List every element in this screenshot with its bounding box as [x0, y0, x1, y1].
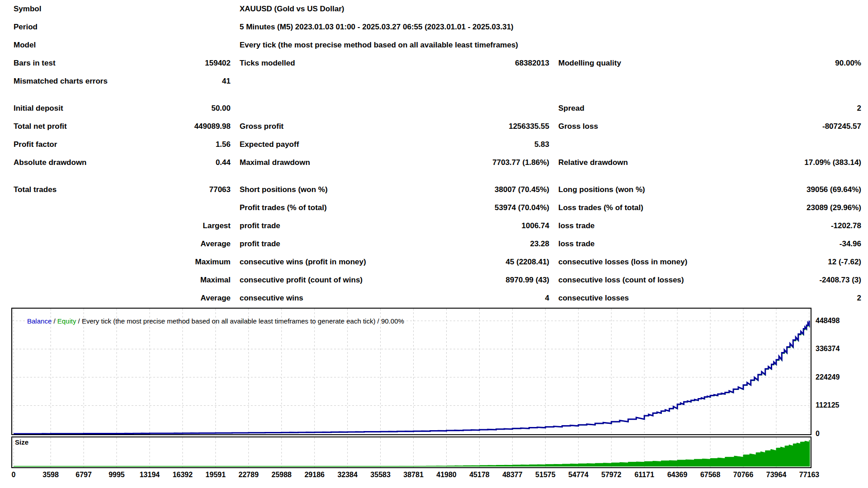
report-value: -807245.57: [753, 121, 861, 132]
report-label: [14, 202, 163, 213]
report-label: Loss trades (% of total): [549, 202, 753, 213]
report-value: 45 (2208.41): [448, 257, 549, 267]
report-label: Spread: [549, 103, 753, 114]
report-value: 2: [753, 103, 861, 114]
x-axis-tick-label: 57972: [601, 471, 622, 479]
report-row: Total net profit449089.98Gross profit125…: [14, 121, 861, 132]
report-row: Period5 Minutes (M5) 2023.01.03 01:00 - …: [14, 22, 861, 33]
report-value: 41: [163, 76, 231, 87]
report-label: Total net profit: [14, 121, 163, 132]
report-label: [14, 293, 163, 304]
x-axis-tick-label: 61171: [634, 471, 654, 479]
report-row: Profit trades (% of total)53974 (70.04%)…: [14, 202, 861, 213]
report-label: consecutive profit (count of wins): [231, 275, 448, 286]
x-axis-tick-label: 73964: [766, 471, 787, 479]
report-value: 7703.77 (1.86%): [448, 157, 549, 168]
report-label: Absolute drawdown: [14, 157, 163, 168]
report-value: -34.96: [753, 239, 861, 249]
report-value: 90.00%: [753, 58, 861, 69]
report-row: SymbolXAUUSD (Gold vs US Dollar): [14, 4, 861, 14]
legend-equity-label: Equity: [57, 317, 76, 325]
report-label: [231, 103, 448, 114]
report-value: [753, 4, 861, 14]
x-axis-tick-label: 16392: [173, 471, 193, 479]
report-row: Maximalconsecutive profit (count of wins…: [14, 275, 861, 286]
report-value: [753, 22, 861, 33]
x-axis-tick-label: 13194: [140, 471, 160, 479]
report-label: Bars in test: [14, 58, 163, 69]
strategy-tester-report: SymbolXAUUSD (Gold vs US Dollar)Period5 …: [0, 0, 868, 488]
x-axis-tick-label: 77163: [799, 471, 820, 479]
x-axis-tick-label: 9995: [108, 471, 125, 479]
report-value: 17.09% (383.14): [753, 157, 861, 168]
report-label: profit trade: [231, 239, 448, 249]
report-value: 50.00: [163, 103, 231, 114]
chart-legend: Balance / Equity / Every tick (the most …: [16, 310, 404, 333]
report-value: 4: [448, 293, 549, 304]
x-axis-tick-label: 25988: [272, 471, 292, 479]
report-row: Total trades77063Short positions (won %)…: [14, 184, 861, 195]
size-area-plot: [12, 437, 811, 467]
report-label: Gross profit: [231, 121, 448, 132]
report-label: [549, 139, 753, 150]
report-value: [448, 22, 549, 33]
y-axis-tick-label: 336374: [816, 345, 840, 353]
report-label: [549, 76, 753, 87]
x-axis-tick-label: 41980: [436, 471, 457, 479]
report-value: [448, 76, 549, 87]
report-value: 38007 (70.45%): [448, 184, 549, 195]
report-row: Largestprofit trade1006.74loss trade-120…: [14, 221, 861, 231]
report-value: 5.83: [448, 139, 549, 150]
x-axis-tick-label: 6797: [75, 471, 92, 479]
report-label: [231, 76, 448, 87]
x-axis-tick-label: 70766: [733, 471, 754, 479]
y-axis-tick-label: 112125: [816, 401, 840, 409]
report-row: Mismatched charts errors41: [14, 76, 861, 87]
report-label: Every tick (the most precise method base…: [231, 40, 448, 51]
report-value: [448, 40, 549, 51]
x-axis-tick-label: 64369: [667, 471, 688, 479]
report-value: 1256335.55: [448, 121, 549, 132]
report-row: Maximumconsecutive wins (profit in money…: [14, 257, 861, 267]
report-value: 0.44: [163, 157, 231, 168]
x-axis-tick-label: 35583: [370, 471, 391, 479]
report-value: 23089 (29.96%): [753, 202, 861, 213]
report-label: consecutive loss (count of losses): [549, 275, 753, 286]
y-axis-tick-label: 224249: [816, 373, 840, 381]
report-label: Expected payoff: [231, 139, 448, 150]
x-axis-tick-label: 0: [12, 471, 16, 479]
report-label: Mismatched charts errors: [14, 76, 163, 87]
report-label: Gross loss: [549, 121, 753, 132]
report-label: [14, 239, 163, 249]
report-row: Averageconsecutive wins4consecutive loss…: [14, 293, 861, 304]
report-value: -2408.73 (3): [753, 275, 861, 286]
report-value: 1.56: [163, 139, 231, 150]
report-label: consecutive wins (profit in money): [231, 257, 448, 267]
x-axis-tick-label: 51575: [535, 471, 556, 479]
report-label: XAUUSD (Gold vs US Dollar): [231, 4, 448, 14]
report-value: Maximum: [163, 257, 231, 267]
report-label: Short positions (won %): [231, 184, 448, 195]
report-label: Relative drawdown: [549, 157, 753, 168]
legend-balance-label: Balance: [27, 317, 52, 325]
report-label: Initial deposit: [14, 103, 163, 114]
report-label: profit trade: [231, 221, 448, 231]
report-label: consecutive losses (loss in money): [549, 257, 753, 267]
report-value: 2: [753, 293, 861, 304]
report-value: Maximal: [163, 275, 231, 286]
report-label: consecutive wins: [231, 293, 448, 304]
report-value: 159402: [163, 58, 231, 69]
report-value: 23.28: [448, 239, 549, 249]
report-value: [163, 22, 231, 33]
report-label: Model: [14, 40, 163, 51]
report-value: 449089.98: [163, 121, 231, 132]
balance-equity-chart: Balance / Equity / Every tick (the most …: [11, 308, 811, 435]
x-axis-tick-label: 32384: [337, 471, 358, 479]
report-value: [753, 40, 861, 51]
x-axis-tick-label: 38781: [403, 471, 424, 479]
report-value: Average: [163, 293, 231, 304]
report-label: [549, 4, 753, 14]
report-row: ModelEvery tick (the most precise method…: [14, 40, 861, 51]
x-axis-tick-label: 3598: [42, 471, 59, 479]
x-axis-tick-label: 67568: [700, 471, 721, 479]
